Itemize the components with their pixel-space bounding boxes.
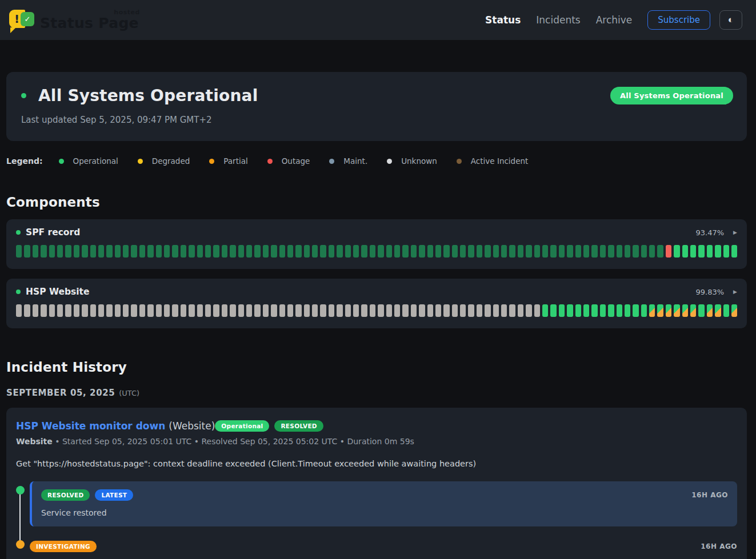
uptime-bar[interactable] — [320, 304, 326, 317]
uptime-bar[interactable] — [82, 304, 87, 317]
uptime-bar[interactable] — [353, 245, 359, 258]
uptime-bar[interactable] — [427, 304, 433, 317]
uptime-bar[interactable] — [320, 245, 326, 258]
uptime-bar[interactable] — [98, 245, 104, 258]
uptime-bar[interactable] — [106, 304, 112, 317]
uptime-bar[interactable] — [230, 245, 235, 258]
uptime-bar[interactable] — [550, 245, 556, 258]
uptime-bar[interactable] — [583, 245, 589, 258]
uptime-bar[interactable] — [246, 304, 252, 317]
uptime-bar[interactable] — [181, 245, 186, 258]
uptime-bar[interactable] — [156, 304, 162, 317]
uptime-bar[interactable] — [460, 245, 466, 258]
expand-arrow-icon[interactable]: ▶ — [733, 230, 737, 235]
uptime-bar[interactable] — [435, 245, 441, 258]
uptime-bar[interactable] — [197, 245, 203, 258]
uptime-bar[interactable] — [41, 304, 46, 317]
uptime-bar[interactable] — [427, 245, 433, 258]
uptime-bar[interactable] — [295, 245, 301, 258]
uptime-bar[interactable] — [649, 245, 655, 258]
uptime-bar[interactable] — [682, 245, 688, 258]
uptime-bar[interactable] — [205, 304, 211, 317]
uptime-bar[interactable] — [230, 304, 235, 317]
uptime-bar[interactable] — [485, 245, 490, 258]
uptime-bar[interactable] — [715, 304, 721, 317]
uptime-bar[interactable] — [246, 245, 252, 258]
uptime-bar[interactable] — [657, 245, 663, 258]
uptime-bar[interactable] — [263, 304, 269, 317]
uptime-bar[interactable] — [493, 245, 499, 258]
uptime-bar[interactable] — [295, 304, 301, 317]
uptime-bar[interactable] — [24, 304, 30, 317]
uptime-bar[interactable] — [123, 304, 129, 317]
uptime-bar[interactable] — [329, 304, 334, 317]
uptime-bar[interactable] — [98, 304, 104, 317]
uptime-bar[interactable] — [534, 304, 540, 317]
subscribe-button[interactable]: Subscribe — [647, 10, 710, 30]
uptime-bar[interactable] — [633, 304, 638, 317]
uptime-bar[interactable] — [279, 245, 285, 258]
uptime-bar[interactable] — [49, 245, 55, 258]
uptime-bar[interactable] — [271, 245, 277, 258]
uptime-bar[interactable] — [49, 304, 55, 317]
uptime-bar[interactable] — [33, 245, 38, 258]
uptime-bar[interactable] — [386, 245, 392, 258]
uptime-bar[interactable] — [74, 245, 79, 258]
uptime-bar[interactable] — [690, 245, 696, 258]
uptime-bar[interactable] — [57, 245, 63, 258]
expand-arrow-icon[interactable]: ▶ — [733, 289, 737, 295]
uptime-bar[interactable] — [345, 245, 351, 258]
uptime-bar[interactable] — [189, 304, 194, 317]
uptime-bar[interactable] — [411, 304, 417, 317]
uptime-bar[interactable] — [674, 304, 679, 317]
uptime-bar[interactable] — [567, 245, 573, 258]
uptime-bar[interactable] — [378, 304, 383, 317]
uptime-bar[interactable] — [65, 304, 71, 317]
uptime-bar[interactable] — [164, 304, 170, 317]
uptime-bar[interactable] — [443, 245, 449, 258]
uptime-bar[interactable] — [222, 304, 227, 317]
uptime-bar[interactable] — [131, 304, 137, 317]
uptime-bar[interactable] — [625, 245, 630, 258]
uptime-bar[interactable] — [205, 245, 211, 258]
uptime-bar[interactable] — [534, 245, 540, 258]
uptime-bar[interactable] — [164, 245, 170, 258]
uptime-bar[interactable] — [435, 304, 441, 317]
uptime-bar[interactable] — [575, 245, 581, 258]
uptime-bar[interactable] — [657, 304, 663, 317]
uptime-bar[interactable] — [370, 304, 375, 317]
uptime-bar[interactable] — [600, 304, 606, 317]
uptime-bar[interactable] — [181, 304, 186, 317]
uptime-bar[interactable] — [213, 245, 219, 258]
uptime-bar[interactable] — [419, 304, 425, 317]
uptime-bar[interactable] — [723, 245, 729, 258]
uptime-bar[interactable] — [402, 304, 408, 317]
uptime-bar[interactable] — [82, 245, 87, 258]
uptime-bar[interactable] — [542, 304, 548, 317]
uptime-bar[interactable] — [583, 304, 589, 317]
uptime-bar[interactable] — [24, 245, 30, 258]
uptime-bar[interactable] — [345, 304, 351, 317]
uptime-bar[interactable] — [57, 304, 63, 317]
uptime-bar[interactable] — [189, 245, 194, 258]
uptime-bar[interactable] — [501, 245, 507, 258]
uptime-bar[interactable] — [238, 245, 244, 258]
uptime-bar[interactable] — [550, 304, 556, 317]
uptime-bar[interactable] — [666, 245, 671, 258]
uptime-bar[interactable] — [402, 245, 408, 258]
uptime-bar[interactable] — [443, 304, 449, 317]
uptime-bar[interactable] — [123, 245, 129, 258]
uptime-bar[interactable] — [567, 304, 573, 317]
uptime-bar[interactable] — [559, 304, 565, 317]
nav-link-archive[interactable]: Archive — [596, 14, 633, 26]
uptime-bar[interactable] — [197, 304, 203, 317]
uptime-bar[interactable] — [131, 245, 137, 258]
uptime-bar[interactable] — [723, 304, 729, 317]
uptime-bar[interactable] — [526, 304, 531, 317]
uptime-bar[interactable] — [468, 304, 474, 317]
uptime-bar[interactable] — [641, 245, 647, 258]
uptime-bar[interactable] — [625, 304, 630, 317]
uptime-bar[interactable] — [353, 304, 359, 317]
uptime-bar[interactable] — [106, 245, 112, 258]
uptime-bar[interactable] — [608, 245, 614, 258]
